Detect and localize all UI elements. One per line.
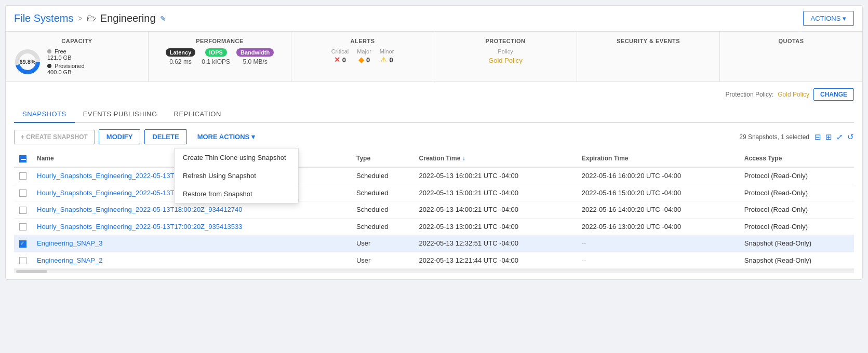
policy-bar-name[interactable]: Gold Policy	[778, 91, 809, 98]
latency-badge: Latency 0.62 ms	[166, 48, 196, 65]
row-access-1: Protocol (Read-Only)	[739, 184, 854, 201]
table-row: Hourly_Snapshots_Engineering_2022-05-13T…	[14, 201, 854, 218]
policy-label: Policy	[498, 48, 513, 55]
row-checkbox-0[interactable]	[14, 167, 32, 184]
delete-button[interactable]: DELETE	[144, 129, 186, 144]
critical-icon: ✕	[334, 56, 340, 64]
major-alert: Major ◆ 0	[357, 48, 371, 64]
row-access-2: Protocol (Read-Only)	[739, 201, 854, 218]
row-name-5[interactable]: Engineering_SNAP_2	[32, 252, 351, 269]
tab-replication[interactable]: REPLICATION	[166, 106, 230, 123]
dropdown-item-refresh[interactable]: Refresh Using Snapshot	[175, 167, 298, 185]
create-snapshot-button[interactable]: + CREATE SNAPSHOT	[14, 130, 95, 144]
row-expiration-0: 2022-05-16 16:00:20 UTC -04:00	[577, 167, 739, 184]
performance-title: PERFORMANCE	[157, 38, 283, 44]
tabs: SNAPSHOTS EVENTS PUBLISHING REPLICATION	[14, 106, 854, 123]
filesystem-name: Engineering	[100, 12, 156, 24]
iops-val: 0.1 kIOPS	[202, 58, 230, 65]
major-label: Major	[357, 48, 371, 55]
row-creation-4: 2022-05-13 12:32:51 UTC -04:00	[414, 235, 577, 252]
snapshot-link-2[interactable]: Hourly_Snapshots_Engineering_2022-05-13T…	[37, 206, 242, 213]
capacity-prov-label: Provisioned	[47, 63, 85, 69]
major-count: ◆ 0	[358, 56, 370, 64]
content-area: Protection Policy: Gold Policy CHANGE SN…	[6, 82, 862, 279]
filter-icon[interactable]: ⊟	[814, 132, 821, 142]
checkbox-checked[interactable]	[19, 240, 26, 248]
table-body: Hourly_Snapshots_Engineering_2022-05-13T…	[14, 167, 854, 269]
critical-alert: Critical ✕ 0	[331, 48, 349, 64]
breadcrumb: File Systems > 🗁 Engineering ✎	[14, 12, 166, 24]
table-row: Engineering_SNAP_3User2022-05-13 12:32:5…	[14, 235, 854, 252]
policy-bar: Protection Policy: Gold Policy CHANGE	[14, 88, 854, 101]
checkbox-unchecked[interactable]	[19, 172, 26, 180]
header-checkbox[interactable]	[14, 151, 32, 167]
snapshot-link-4[interactable]: Engineering_SNAP_3	[37, 239, 102, 247]
row-expiration-1: 2022-05-16 15:00:20 UTC -04:00	[577, 184, 739, 201]
toolbar-icons: ⊟ ⊞ ⤢ ↺	[814, 132, 854, 142]
change-button[interactable]: CHANGE	[813, 88, 854, 101]
checkbox-unchecked[interactable]	[19, 223, 26, 230]
toolbar-right: 29 Snapshots, 1 selected ⊟ ⊞ ⤢ ↺	[739, 132, 854, 142]
perf-content: Latency 0.62 ms IOPS 0.1 kIOPS Bandwidth…	[157, 48, 283, 65]
row-name-4[interactable]: Engineering_SNAP_3	[32, 235, 351, 252]
snapshots-table: Name Type Creation Time ↓ Expiration Tim…	[14, 151, 854, 269]
row-checkbox-2[interactable]	[14, 201, 32, 218]
modify-button[interactable]: MODIFY	[99, 129, 141, 144]
row-checkbox-5[interactable]	[14, 252, 32, 269]
snapshot-count: 29 Snapshots, 1 selected	[739, 133, 809, 141]
snapshot-link-5[interactable]: Engineering_SNAP_2	[37, 256, 102, 264]
breadcrumb-filesystems[interactable]: File Systems	[14, 12, 73, 24]
edit-icon[interactable]: ✎	[160, 15, 166, 23]
checkbox-unchecked[interactable]	[19, 257, 26, 264]
row-type-4: User	[351, 235, 414, 252]
app-header: File Systems > 🗁 Engineering ✎ ACTIONS	[6, 6, 862, 32]
col-expiration-time: Expiration Time	[577, 151, 739, 167]
bandwidth-badge: Bandwidth 5.0 MB/s	[236, 48, 274, 65]
sort-icon-creation: ↓	[462, 155, 465, 162]
col-access-type: Access Type	[739, 151, 854, 167]
row-name-2[interactable]: Hourly_Snapshots_Engineering_2022-05-13T…	[32, 201, 351, 218]
export-icon[interactable]: ⤢	[836, 132, 843, 142]
columns-icon[interactable]: ⊞	[825, 132, 832, 142]
row-type-3: Scheduled	[351, 218, 414, 235]
col-type: Type	[351, 151, 414, 167]
snapshot-link-3[interactable]: Hourly_Snapshots_Engineering_2022-05-13T…	[37, 223, 242, 230]
scroll-thumb[interactable]	[16, 270, 47, 273]
tab-events-publishing[interactable]: EVENTS PUBLISHING	[75, 106, 166, 123]
dropdown-item-clone[interactable]: Create Thin Clone using Snapshot	[175, 148, 298, 167]
breadcrumb-separator: >	[77, 14, 82, 23]
row-name-3[interactable]: Hourly_Snapshots_Engineering_2022-05-13T…	[32, 218, 351, 235]
row-creation-3: 2022-05-13 13:00:21 UTC -04:00	[414, 218, 577, 235]
quotas-panel: QUOTAS	[720, 32, 862, 82]
actions-button[interactable]: ACTIONS	[803, 11, 854, 26]
toolbar: + CREATE SNAPSHOT MODIFY DELETE MORE ACT…	[14, 129, 854, 144]
minor-label: Minor	[380, 48, 394, 55]
major-icon: ◆	[358, 56, 364, 64]
refresh-icon[interactable]: ↺	[847, 132, 854, 142]
policy-bar-label: Protection Policy:	[726, 91, 774, 98]
minor-alert: Minor ⚠ 0	[380, 48, 394, 64]
row-checkbox-3[interactable]	[14, 218, 32, 235]
tab-snapshots[interactable]: SNAPSHOTS	[14, 106, 75, 123]
dropdown-item-restore[interactable]: Restore from Snapshot	[175, 185, 298, 203]
protection-panel: PROTECTION Policy Gold Policy	[434, 32, 577, 82]
checkbox-unchecked[interactable]	[19, 189, 26, 197]
folder-icon: 🗁	[87, 13, 96, 24]
col-creation-time[interactable]: Creation Time ↓	[414, 151, 577, 167]
alerts-panel: ALERTS Critical ✕ 0 Major ◆ 0	[291, 32, 434, 82]
row-access-5: Snapshot (Read-Only)	[739, 252, 854, 269]
row-checkbox-1[interactable]	[14, 184, 32, 201]
minor-count: ⚠ 0	[380, 56, 393, 64]
row-checkbox-4[interactable]	[14, 235, 32, 252]
more-actions-button[interactable]: MORE ACTIONS	[191, 130, 261, 144]
table-row: Hourly_Snapshots_Engineering_2022-05-13T…	[14, 218, 854, 235]
protection-policy-name[interactable]: Gold Policy	[488, 57, 523, 64]
horizontal-scrollbar[interactable]	[14, 269, 854, 273]
critical-count: ✕ 0	[334, 56, 346, 64]
header-checkbox-indeterminate[interactable]	[19, 155, 26, 162]
row-type-2: Scheduled	[351, 201, 414, 218]
quotas-title: QUOTAS	[728, 38, 854, 44]
capacity-content: 69.8% Free 121.0 GB Provisioned 400.0 GB	[14, 48, 140, 75]
capacity-title: CAPACITY	[14, 38, 140, 44]
checkbox-unchecked[interactable]	[19, 207, 26, 214]
